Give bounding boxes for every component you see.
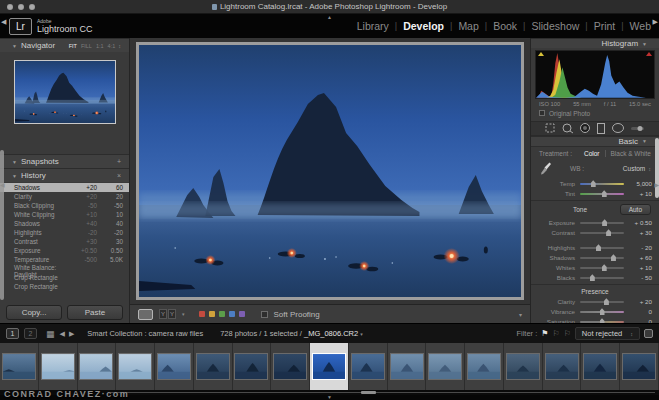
auto-tone-button[interactable]: Auto: [620, 204, 651, 215]
history-item[interactable]: Crop Rectangle: [0, 282, 129, 291]
clear-history-button[interactable]: ×: [117, 172, 121, 179]
filmstrip-thumb[interactable]: [155, 343, 194, 390]
filmstrip-thumb[interactable]: [78, 343, 117, 390]
basic-panel-header[interactable]: Basic ▼: [531, 136, 659, 146]
main-window-button[interactable]: 1: [6, 328, 19, 339]
exposure-slider[interactable]: [580, 222, 624, 224]
slider-knob[interactable]: [591, 180, 596, 187]
zoom-mode-1:1[interactable]: 1:1: [96, 43, 104, 49]
history-item[interactable]: White Clipping+1010: [0, 210, 129, 219]
go-forward-icon[interactable]: ▶: [69, 330, 74, 338]
history-header[interactable]: ▼ History ×: [0, 168, 129, 182]
filmstrip-thumb[interactable]: [0, 343, 39, 390]
snapshots-header[interactable]: ▼ Snapshots +: [0, 154, 129, 168]
before-after-view-icon[interactable]: YY: [159, 309, 176, 319]
filmstrip-thumb[interactable]: [194, 343, 233, 390]
slider-knob[interactable]: [602, 264, 607, 271]
zoom-mode-fit[interactable]: FIT: [69, 43, 77, 49]
color-label-swatch[interactable]: [219, 311, 225, 317]
white-balance-eyedropper-icon[interactable]: [539, 161, 552, 177]
filmstrip-thumb[interactable]: [465, 343, 504, 390]
vibrance-slider[interactable]: [580, 311, 624, 313]
crop-tool-icon[interactable]: [544, 122, 556, 134]
slider-knob[interactable]: [602, 190, 607, 197]
filmstrip-thumb[interactable]: [271, 343, 310, 390]
module-library[interactable]: Library: [357, 20, 389, 32]
treatment-bw-option[interactable]: Black & White: [605, 150, 651, 157]
shadows-slider[interactable]: [580, 257, 624, 259]
filmstrip-thumb[interactable]: [620, 343, 659, 390]
soft-proofing-checkbox[interactable]: [261, 311, 268, 318]
slider-value[interactable]: + 10: [624, 190, 652, 197]
histogram[interactable]: [535, 50, 655, 99]
histogram-header[interactable]: Histogram ▼: [531, 38, 659, 48]
filter-toggle-icon[interactable]: [644, 329, 653, 338]
history-item[interactable]: Shadows+2060: [0, 183, 129, 192]
red-eye-tool-icon[interactable]: [579, 122, 591, 134]
collapse-filmstrip-icon[interactable]: ▼: [327, 394, 332, 400]
go-back-icon[interactable]: ◀: [60, 330, 65, 338]
filmstrip-thumb[interactable]: [543, 343, 582, 390]
filmstrip-thumb[interactable]: [116, 343, 155, 390]
copy-button[interactable]: Copy...: [6, 305, 62, 320]
slider-value[interactable]: + 0.50: [624, 219, 652, 226]
slider-knob[interactable]: [604, 298, 609, 305]
paste-button[interactable]: Paste: [67, 305, 123, 320]
second-window-button[interactable]: 2: [24, 328, 37, 339]
contrast-slider[interactable]: [580, 232, 624, 234]
slider-knob[interactable]: [596, 244, 601, 251]
slider-value[interactable]: - 20: [624, 244, 652, 251]
slider-value[interactable]: 5,000: [624, 180, 652, 187]
history-item[interactable]: Crop Rectangle: [0, 273, 129, 282]
zoom-ratio-selector-icon[interactable]: ↕: [118, 43, 121, 49]
history-item[interactable]: Temperature-5005.0K: [0, 255, 129, 264]
history-item[interactable]: Exposure+0.500.50: [0, 246, 129, 255]
spot-removal-tool-icon[interactable]: [561, 122, 574, 134]
module-print[interactable]: Print: [594, 20, 616, 32]
filmstrip-thumb[interactable]: [349, 343, 388, 390]
slider-value[interactable]: + 20: [624, 298, 652, 305]
clarity-slider[interactable]: [580, 301, 624, 303]
wb-preset-select[interactable]: Custom: [623, 165, 645, 172]
blacks-slider[interactable]: [580, 277, 624, 279]
module-slideshow[interactable]: Slideshow: [531, 20, 579, 32]
filmstrip-thumb[interactable]: [388, 343, 427, 390]
slider-value[interactable]: + 30: [624, 229, 652, 236]
adjustment-brush-tool-icon[interactable]: [630, 122, 646, 134]
original-photo-checkbox[interactable]: [539, 110, 545, 116]
filmstrip-scroll-right-icon[interactable]: ▶: [653, 18, 658, 26]
right-panel-scrollbar[interactable]: [655, 138, 659, 198]
module-book[interactable]: Book: [493, 20, 517, 32]
loupe-view-icon[interactable]: [138, 309, 153, 320]
color-label-swatch[interactable]: [209, 311, 215, 317]
radial-filter-tool-icon[interactable]: [611, 122, 625, 134]
navigator-preview[interactable]: [14, 60, 116, 124]
shadow-clipping-icon[interactable]: [538, 52, 544, 56]
slider-knob[interactable]: [590, 274, 595, 281]
slider-value[interactable]: 0: [624, 308, 652, 315]
module-map[interactable]: Map: [458, 20, 478, 32]
history-item[interactable]: Clarity+2020: [0, 192, 129, 201]
filmstrip-thumb[interactable]: [426, 343, 465, 390]
history-item[interactable]: Black Clipping-50-50: [0, 201, 129, 210]
slider-knob[interactable]: [611, 254, 616, 261]
collapse-left-panel-icon[interactable]: ◀: [0, 181, 5, 188]
color-label-swatch[interactable]: [199, 311, 205, 317]
source-breadcrumb[interactable]: Smart Collection : camera raw files: [87, 329, 203, 338]
slider-knob[interactable]: [602, 219, 607, 226]
module-web[interactable]: Web: [630, 20, 651, 32]
zoom-mode-4:1[interactable]: 4:1: [108, 43, 116, 49]
left-panel-scrollbar[interactable]: [0, 150, 4, 300]
filmstrip-thumb[interactable]: [504, 343, 543, 390]
history-item[interactable]: Shadows+4040: [0, 219, 129, 228]
filmstrip-scroll-left-icon[interactable]: ◀: [1, 18, 6, 26]
unflagged-filter-icon[interactable]: ⚐: [552, 329, 559, 338]
module-develop[interactable]: Develop: [403, 20, 444, 32]
grid-view-icon[interactable]: ▦: [46, 329, 55, 339]
collapse-right-panel-icon[interactable]: ▶: [654, 181, 659, 188]
history-item[interactable]: White Balance: Daylight: [0, 264, 129, 273]
filmstrip-thumb[interactable]: [39, 343, 78, 390]
slider-value[interactable]: + 60: [624, 254, 652, 261]
slider-knob[interactable]: [600, 308, 605, 315]
navigator-header[interactable]: ▼ Navigator FITFILL1:14:1 ↕: [0, 38, 129, 52]
